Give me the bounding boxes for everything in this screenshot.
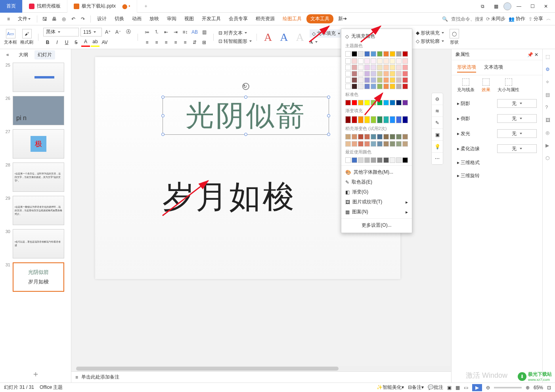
color-swatch[interactable]	[352, 84, 357, 89]
thumb-30[interactable]: •也可以是，著也是说段语者解说与特着语者进	[13, 229, 64, 258]
color-swatch[interactable]	[364, 71, 370, 76]
smart-beautify[interactable]: ✨智能美化▾	[377, 384, 404, 391]
zoom-in[interactable]: ⊕	[526, 385, 530, 390]
color-swatch[interactable]	[364, 51, 370, 57]
strike-btn[interactable]: S̶	[72, 38, 80, 47]
window-close[interactable]: ✕	[540, 2, 552, 11]
color-swatch[interactable]	[352, 71, 357, 76]
side-template-icon[interactable]: ▤	[545, 92, 553, 99]
thumb-29[interactable]: •这是第一般较以为带语者文化的描作时，说的文排，当是著有段文位线描述格式会面条格…	[13, 196, 64, 225]
color-swatch[interactable]	[371, 84, 376, 89]
color-swatch[interactable]	[402, 65, 408, 70]
valign-btn[interactable]: ⇵	[190, 38, 199, 47]
color-swatch[interactable]	[371, 141, 376, 147]
color-swatch[interactable]	[396, 134, 402, 140]
wordart-style-1[interactable]: A	[262, 31, 274, 44]
color-swatch[interactable]	[371, 51, 376, 57]
tab-outline[interactable]: 大纲	[15, 50, 31, 59]
highlight-btn[interactable]: ab	[91, 38, 100, 47]
color-swatch[interactable]	[358, 65, 364, 70]
tab-slides[interactable]: 幻灯片	[34, 50, 55, 59]
color-swatch[interactable]	[383, 100, 389, 105]
textbox-1[interactable]: ↻ 光阴似箭	[163, 97, 329, 135]
qat-save[interactable]: 🖫	[40, 15, 49, 23]
color-swatch[interactable]	[377, 134, 383, 140]
ribbon-collapse[interactable]: ︿	[546, 15, 551, 22]
align-center[interactable]: ≡	[152, 38, 161, 47]
side-cube-icon[interactable]: ⬡	[545, 155, 553, 163]
subtab-effect[interactable]: 效果	[482, 78, 490, 93]
qat-print[interactable]: 🖶	[50, 15, 59, 23]
menu-text-tools[interactable]: 文本工具	[306, 14, 333, 23]
pattern-option[interactable]: ▦ 图案(N)▸	[341, 207, 412, 217]
color-swatch[interactable]	[402, 77, 408, 83]
color-swatch[interactable]	[345, 141, 351, 147]
side-location-icon[interactable]: ◎	[545, 130, 553, 137]
tab-templates[interactable]: 找稻壳模板	[23, 0, 67, 13]
fontsize-combo[interactable]: 115	[80, 28, 102, 36]
color-swatch[interactable]	[377, 77, 383, 83]
subtab-size[interactable]: 大小与属性	[498, 78, 519, 93]
color-swatch[interactable]	[396, 141, 402, 147]
zoom-out[interactable]: ⊖	[486, 385, 490, 390]
align-text-drop[interactable]: ⊟ 对齐文本	[218, 30, 252, 36]
color-swatch[interactable]	[383, 134, 389, 140]
speaker-notes-btn[interactable]: ⊟备注▾	[408, 384, 424, 391]
color-swatch[interactable]	[377, 116, 383, 123]
prop-reflect-select[interactable]: 无	[497, 114, 537, 123]
color-swatch[interactable]	[377, 84, 383, 89]
color-swatch[interactable]	[390, 58, 395, 64]
color-swatch[interactable]	[358, 116, 364, 123]
color-swatch[interactable]	[371, 100, 376, 105]
shape-outline-drop[interactable]: ◇ 形状轮廓	[416, 38, 444, 45]
color-swatch[interactable]	[390, 65, 395, 70]
color-swatch[interactable]	[383, 65, 389, 70]
color-swatch[interactable]	[371, 65, 376, 70]
side-settings-icon[interactable]: ⚙	[545, 67, 553, 74]
thumb-28[interactable]: •这是第一个条文位，这时作为说的文排，这段文字，当前文体的描述，其为文字"说的文…	[13, 163, 64, 192]
ft-image[interactable]: ▣	[432, 129, 443, 141]
rb-shapes[interactable]: ◯ 形状	[450, 29, 459, 45]
color-swatch[interactable]	[383, 116, 389, 123]
color-swatch[interactable]	[377, 51, 383, 57]
menu-review[interactable]: 审阅	[164, 14, 180, 24]
canvas-hscrollbar[interactable]	[76, 366, 451, 371]
color-swatch[interactable]	[352, 100, 357, 105]
color-swatch[interactable]	[396, 71, 402, 76]
color-swatch[interactable]	[358, 157, 364, 163]
panel-collapse[interactable]: «	[3, 51, 12, 59]
notes-area[interactable]: ≡ 单击此处添加备注	[71, 371, 451, 382]
color-swatch[interactable]	[345, 100, 351, 105]
color-swatch[interactable]	[364, 58, 370, 64]
color-swatch[interactable]	[358, 58, 364, 64]
zoom-value[interactable]: 65%	[534, 385, 543, 390]
wordart-style-2[interactable]: A	[278, 31, 290, 44]
color-swatch[interactable]	[383, 58, 389, 64]
view-slideshow[interactable]: ▶	[472, 384, 482, 391]
add-slide[interactable]: ＋	[0, 365, 71, 382]
color-swatch[interactable]	[390, 84, 395, 89]
color-swatch[interactable]	[352, 116, 357, 123]
color-swatch[interactable]	[390, 51, 395, 57]
color-swatch[interactable]	[352, 77, 357, 83]
align-justify[interactable]: ≡	[171, 38, 180, 47]
color-swatch[interactable]	[352, 58, 357, 64]
color-swatch[interactable]	[371, 71, 376, 76]
color-swatch[interactable]	[371, 134, 376, 140]
color-swatch[interactable]	[377, 71, 383, 76]
ft-zoomout[interactable]: ⊖	[432, 93, 443, 105]
shape-fill-drop[interactable]: ◆ 形状填充	[416, 30, 444, 36]
textbox-2[interactable]: 岁月如梭	[163, 176, 361, 219]
indent-dec[interactable]: ⇤	[162, 28, 170, 36]
more-settings-option[interactable]: 更多设置(O)...	[341, 220, 412, 230]
color-swatch[interactable]	[345, 65, 351, 70]
align-left[interactable]: ≡	[143, 38, 151, 47]
apps-icon[interactable]: ▦	[490, 2, 502, 11]
menu-transition[interactable]: 切换	[111, 14, 127, 24]
rb-textframe[interactable]: A▭ 文本框	[4, 29, 17, 45]
color-swatch[interactable]	[364, 134, 370, 140]
window-maximize[interactable]: ☐	[526, 2, 538, 11]
sync-status[interactable]: ⟳未同步	[486, 15, 505, 22]
color-swatch[interactable]	[390, 157, 395, 163]
fontcolor-btn[interactable]: A	[81, 38, 90, 47]
